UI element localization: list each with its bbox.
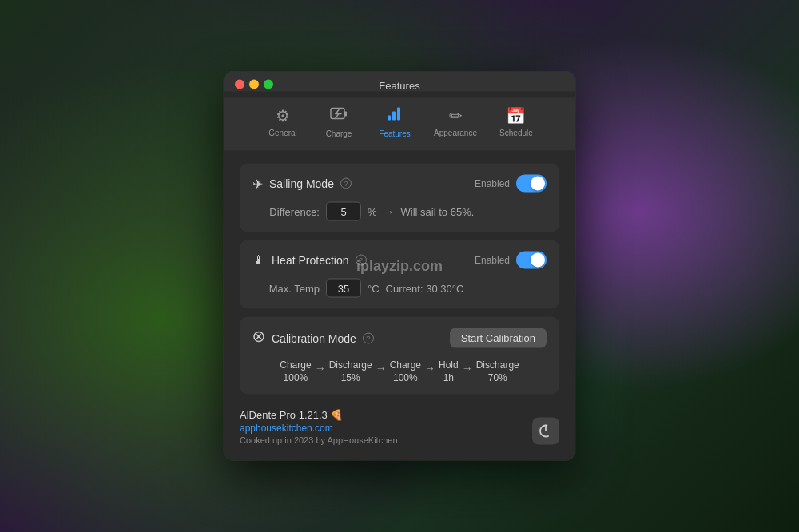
power-icon (539, 424, 553, 439)
close-button[interactable] (235, 80, 244, 89)
calib-step-2: Charge 100% (390, 359, 421, 383)
sailing-arrow: → (384, 205, 395, 218)
heat-protection-title: Heat Protection (272, 254, 349, 267)
maxtemp-label: Max. Temp (256, 282, 320, 294)
calibration-title-group: Calibration Mode ? (252, 330, 374, 346)
heat-protection-toggle[interactable] (516, 252, 547, 269)
app-name: AlDente Pro 1.21.3 🍕 (240, 409, 398, 421)
window-title: Features (235, 80, 564, 92)
difference-unit: % (368, 205, 377, 217)
footer-text-group: AlDente Pro 1.21.3 🍕 apphousekitchen.com… (240, 409, 398, 445)
sailing-mode-icon: ✈ (252, 176, 263, 191)
heat-protection-title-group: 🌡 Heat Protection ? (252, 253, 367, 268)
svg-point-11 (258, 335, 260, 338)
toolbar: ⚙ General Charge (224, 98, 575, 151)
footer-link[interactable]: apphousekitchen.com (240, 423, 398, 434)
general-icon: ⚙ (276, 106, 290, 125)
tab-features[interactable]: Features (367, 101, 423, 143)
sailing-mode-title-group: ✈ Sailing Mode ? (252, 176, 352, 191)
tab-charge[interactable]: Charge (311, 101, 367, 143)
calib-arrow-0: → (315, 362, 326, 375)
app-window: Features ⚙ General Charge (224, 72, 575, 461)
tab-appearance[interactable]: ✏ Appearance (423, 101, 488, 143)
sailing-mode-section: ✈ Sailing Mode ? Enabled Difference: % →… (240, 164, 559, 232)
difference-input[interactable] (326, 202, 361, 221)
calibration-icon (252, 330, 265, 346)
maxtemp-unit: °C (368, 282, 380, 294)
charge-icon (330, 106, 348, 126)
current-temp-label: Current: 30.30°C (386, 282, 464, 294)
heat-protection-enabled-label: Enabled (475, 255, 510, 266)
sailing-mode-toggle-thumb (531, 177, 545, 191)
content-area: ✈ Sailing Mode ? Enabled Difference: % →… (224, 151, 575, 461)
calib-arrow-2: → (424, 362, 435, 375)
calib-arrow-1: → (376, 362, 387, 375)
calib-step-0: Charge 100% (280, 359, 311, 383)
calib-step-3-name: Hold (439, 359, 459, 371)
tab-features-label: Features (379, 129, 410, 138)
tab-schedule[interactable]: 📅 Schedule (488, 101, 544, 143)
maxtemp-input[interactable] (326, 279, 361, 298)
tab-charge-label: Charge (326, 129, 352, 138)
svg-rect-7 (397, 108, 400, 121)
heat-protection-sub-row: Max. Temp °C Current: 30.30°C (252, 279, 547, 298)
sailing-mode-title: Sailing Mode (269, 177, 334, 190)
features-icon (386, 106, 403, 126)
maximize-button[interactable] (264, 80, 273, 89)
appearance-icon: ✏ (449, 106, 463, 125)
calib-step-1-name: Discharge (329, 359, 372, 371)
calibration-header: Calibration Mode ? Start Calibration (252, 328, 547, 348)
difference-label: Difference: (256, 205, 320, 217)
sailing-mode-toggle[interactable] (516, 175, 547, 193)
calib-step-1-value: 15% (341, 372, 360, 383)
schedule-icon: 📅 (506, 106, 526, 125)
sailing-mode-header: ✈ Sailing Mode ? Enabled (252, 175, 547, 193)
sailing-mode-sub-row: Difference: % → Will sail to 65%. (252, 202, 547, 221)
tab-schedule-label: Schedule (499, 129, 533, 137)
sailing-description: Will sail to 65%. (401, 205, 475, 217)
titlebar: Features (224, 72, 575, 92)
calib-step-2-value: 100% (393, 372, 418, 383)
calib-step-0-value: 100% (284, 372, 308, 383)
heat-protection-icon: 🌡 (252, 253, 265, 268)
calib-step-3-value: 1h (443, 372, 454, 383)
tab-general-label: General (268, 129, 297, 137)
calib-step-4: Discharge 70% (476, 359, 519, 383)
heat-protection-help-icon[interactable]: ? (356, 255, 367, 266)
heat-protection-right: Enabled (475, 252, 547, 269)
calib-step-3: Hold 1h (439, 359, 459, 383)
svg-rect-5 (388, 116, 391, 121)
svg-rect-6 (392, 112, 396, 121)
svg-rect-1 (344, 112, 347, 117)
heat-protection-section: 🌡 Heat Protection ? Enabled Max. Temp °C… (240, 240, 559, 309)
calib-arrow-3: → (462, 362, 473, 375)
power-button[interactable] (532, 418, 559, 445)
minimize-button[interactable] (249, 80, 259, 89)
calibration-steps: Charge 100% → Discharge 15% → Charge 100… (252, 359, 547, 383)
calib-step-4-value: 70% (488, 372, 507, 383)
calib-step-0-name: Charge (280, 359, 311, 371)
calibration-mode-section: Calibration Mode ? Start Calibration Cha… (240, 317, 559, 395)
calib-step-2-name: Charge (390, 359, 421, 371)
calibration-help-icon[interactable]: ? (363, 332, 374, 343)
sailing-mode-enabled-label: Enabled (475, 178, 510, 189)
heat-protection-toggle-thumb (531, 253, 545, 268)
start-calibration-button[interactable]: Start Calibration (450, 328, 547, 348)
sailing-mode-right: Enabled (475, 175, 547, 193)
footer-credit: Cooked up in 2023 by AppHouseKitchen (240, 435, 398, 445)
heat-protection-header: 🌡 Heat Protection ? Enabled (252, 252, 547, 269)
calib-step-1: Discharge 15% (329, 359, 372, 383)
tab-general[interactable]: ⚙ General (255, 101, 311, 143)
tab-appearance-label: Appearance (434, 129, 477, 137)
calibration-title: Calibration Mode (272, 332, 356, 344)
calib-step-4-name: Discharge (476, 359, 519, 371)
sailing-mode-help-icon[interactable]: ? (340, 178, 352, 189)
footer: AlDente Pro 1.21.3 🍕 apphousekitchen.com… (240, 403, 559, 448)
